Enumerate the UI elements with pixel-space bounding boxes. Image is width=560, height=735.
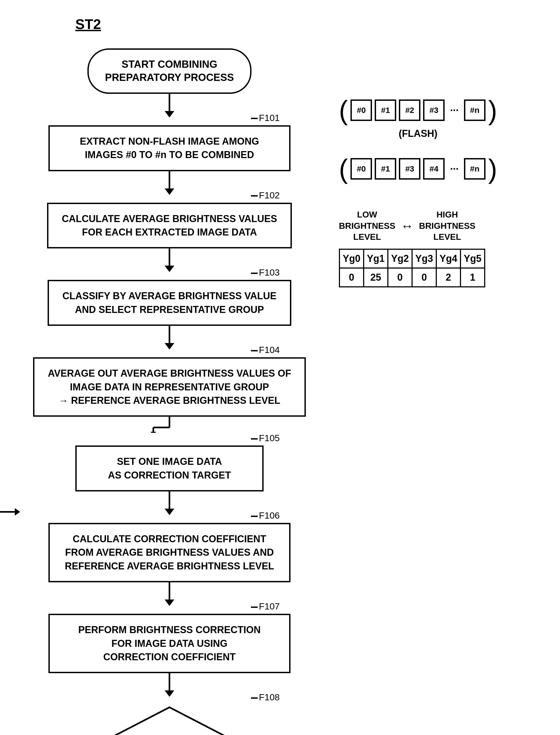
nonflash-item-n: #n	[464, 158, 485, 180]
rect-f101: EXTRACT NON-FLASH IMAGE AMONG IMAGES #0 …	[48, 125, 290, 171]
step-f106: F106 CALCULATE CORRECTION COEFFICIENT FR…	[22, 510, 317, 582]
rect-f105: SET ONE IMAGE DATA AS CORRECTION TARGET	[75, 445, 264, 491]
brightness-table: Yg0 Yg1 Yg2 Yg3 Yg4 Yg5 0 25 0 0 2 1	[339, 249, 485, 288]
arrow-1	[169, 94, 170, 113]
flash-caption: (FLASH)	[399, 128, 437, 139]
arrow-6	[169, 582, 170, 601]
bracket-open-nonflash: (	[339, 155, 348, 182]
rect-f102: CALCULATE AVERAGE BRIGHTNESS VALUES FOR …	[47, 203, 292, 249]
arrow-3	[169, 249, 170, 267]
label-f102: F102	[259, 190, 280, 201]
table-value-row: 0 25 0 0 2 1	[339, 268, 485, 287]
nonflash-dots: ···	[450, 163, 459, 175]
bracket-close-nonflash: )	[488, 155, 497, 182]
step-f104: F104 AVERAGE OUT AVERAGE BRIGHTNESS VALU…	[22, 345, 317, 417]
col-yg1: Yg1	[364, 249, 388, 268]
val-yg0: 0	[339, 268, 364, 287]
flash-sequence: ( #0 #1 #2 #3 ··· #n ) (FLASH)	[339, 97, 497, 139]
svg-marker-3	[151, 432, 156, 433]
step-f105: F105 SET ONE IMAGE DATA AS CORRECTION TA…	[22, 433, 317, 491]
col-yg3: Yg3	[412, 249, 436, 268]
brightness-section: LOWBRIGHTNESSLEVEL ↔ HIGHBRIGHTNESSLEVEL…	[339, 209, 485, 288]
col-yg5: Yg5	[460, 249, 485, 268]
flash-item-3: #3	[423, 100, 445, 121]
arrow-4	[169, 326, 170, 345]
page-container: ST2 START COMBINING PREPARATORY PROCESS …	[0, 0, 560, 735]
label-f107: F107	[259, 601, 280, 612]
step-f102: F102 CALCULATE AVERAGE BRIGHTNESS VALUES…	[22, 190, 317, 249]
right-side: ( #0 #1 #2 #3 ··· #n ) (FLASH) ( #0 #1 #…	[339, 48, 538, 288]
label-f108: F108	[259, 692, 280, 702]
nonflash-item-4: #4	[423, 158, 445, 180]
rect-f104: AVERAGE OUT AVERAGE BRIGHTNESS VALUES OF…	[33, 357, 306, 417]
start-oval: START COMBINING PREPARATORY PROCESS	[87, 48, 251, 94]
main-layout: START COMBINING PREPARATORY PROCESS F101…	[22, 48, 538, 735]
rect-f107: PERFORM BRIGHTNESS CORRECTION FOR IMAGE …	[48, 614, 290, 673]
brightness-arrow: ↔	[401, 219, 414, 233]
bent-arrow-svg	[143, 417, 196, 433]
val-yg3: 0	[412, 268, 436, 287]
nonflash-item-0: #0	[350, 158, 372, 180]
svg-marker-10	[15, 508, 20, 516]
page-title: ST2	[75, 16, 538, 32]
label-f104: F104	[259, 345, 280, 355]
nonflash-sequence: ( #0 #1 #3 #4 ··· #n )	[339, 155, 497, 182]
flash-row: ( #0 #1 #2 #3 ··· #n )	[339, 97, 497, 124]
val-yg1: 25	[364, 268, 388, 287]
arrow-connector-f104	[22, 417, 317, 433]
col-yg4: Yg4	[436, 249, 460, 268]
flowchart: START COMBINING PREPARATORY PROCESS F101…	[22, 48, 317, 735]
label-f106: F106	[259, 510, 280, 521]
diamond-section: F108 UNPROCESSED IMAGE DATA FOUND? YES N…	[22, 692, 317, 735]
step-f103: F103 CLASSIFY BY AVERAGE BRIGHTNESS VALU…	[22, 267, 317, 326]
rect-f103: CLASSIFY BY AVERAGE BRIGHTNESS VALUE AND…	[48, 280, 291, 326]
high-brightness-label: HIGHBRIGHTNESSLEVEL	[419, 209, 476, 243]
val-yg5: 1	[460, 268, 485, 287]
label-f105: F105	[259, 433, 280, 443]
val-yg2: 0	[388, 268, 412, 287]
svg-marker-4	[91, 707, 247, 735]
col-yg0: Yg0	[339, 249, 364, 268]
low-brightness-label: LOWBRIGHTNESSLEVEL	[339, 209, 395, 243]
brightness-header: LOWBRIGHTNESSLEVEL ↔ HIGHBRIGHTNESSLEVEL	[339, 209, 476, 243]
arrow-5	[169, 491, 170, 510]
arrow-2	[169, 171, 170, 190]
step-f107: F107 PERFORM BRIGHTNESS CORRECTION FOR I…	[22, 601, 317, 673]
label-f103: F103	[259, 267, 280, 278]
table-header-row: Yg0 Yg1 Yg2 Yg3 Yg4 Yg5	[339, 249, 485, 268]
nonflash-item-1: #1	[375, 158, 396, 180]
arrow-7	[169, 673, 170, 692]
rect-f106: CALCULATE CORRECTION COEFFICIENT FROM AV…	[48, 523, 290, 582]
flash-item-0: #0	[350, 100, 372, 121]
label-f101: F101	[259, 113, 280, 123]
val-yg4: 2	[436, 268, 460, 287]
flash-item-2: #2	[399, 100, 420, 121]
flash-item-1: #1	[375, 100, 396, 121]
flash-item-n: #n	[464, 100, 485, 121]
flash-dots: ···	[450, 105, 459, 116]
bracket-close-flash: )	[488, 97, 497, 124]
bracket-open-flash: (	[339, 97, 348, 124]
diamond-svg: UNPROCESSED IMAGE DATA FOUND?	[89, 705, 250, 735]
nonflash-row: ( #0 #1 #3 #4 ··· #n )	[339, 155, 497, 182]
col-yg2: Yg2	[388, 249, 412, 268]
nonflash-item-3: #3	[399, 158, 420, 180]
step-f101: F101 EXTRACT NON-FLASH IMAGE AMONG IMAGE…	[22, 113, 317, 171]
